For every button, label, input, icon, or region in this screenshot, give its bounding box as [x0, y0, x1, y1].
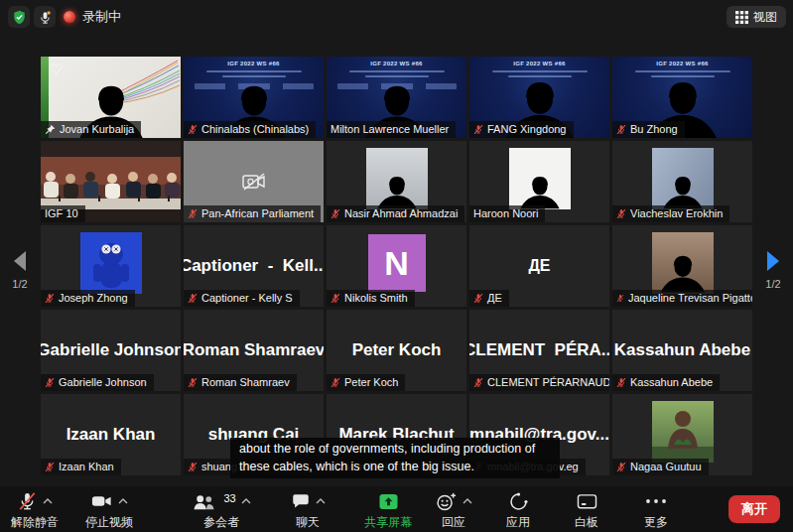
chevron-up-icon[interactable]	[43, 498, 53, 504]
whiteboard-button[interactable]: 白板	[552, 490, 621, 531]
chevron-up-icon[interactable]	[118, 498, 128, 504]
avatar-letter: N	[384, 244, 409, 283]
participant-tile-nasir-ahmadzai[interactable]: Nasir Ahmad Ahmadzai	[327, 141, 466, 222]
chevron-up-icon[interactable]	[463, 498, 472, 504]
participant-name: Milton Lawrence Mueller	[330, 123, 449, 135]
apps-button[interactable]: 应用	[483, 490, 553, 531]
toolbar-label: 白板	[575, 514, 598, 531]
recording-indicator: 录制中	[64, 6, 121, 28]
participant-name: Izaan Khan	[59, 461, 114, 472]
toolbar-label: 应用	[506, 514, 530, 531]
reactions-button[interactable]: 回应	[419, 490, 488, 531]
share-screen-button[interactable]: 共享屏幕	[353, 490, 423, 531]
muted-mic-icon	[616, 208, 626, 219]
leave-button[interactable]: 离开	[728, 495, 780, 523]
nameplate: Jaqueline Trevisan Pigatto	[612, 290, 752, 307]
participant-tile-haroon-noori[interactable]: Haroon Noori	[469, 141, 609, 222]
slide-decoration	[651, 75, 715, 77]
nameplate: Kassahun Abebe	[612, 374, 720, 391]
previous-page-arrow-icon[interactable]	[12, 250, 28, 272]
toolbar-label: 参会者	[203, 514, 239, 531]
page-indicator: 1/2	[753, 278, 793, 290]
participant-tile-izaan-khan[interactable]: Izaan Khan Izaan Khan	[41, 394, 181, 475]
slide-decoration	[349, 70, 445, 72]
participant-tile-peter-koch[interactable]: Peter Koch Peter Koch	[327, 310, 466, 391]
toolbar-label: 回应	[442, 514, 465, 531]
participant-tile-de[interactable]: ДЕ ДЕ	[469, 225, 609, 307]
chat-button[interactable]: 聊天	[273, 490, 342, 531]
closed-caption: about the role of governments, including…	[230, 438, 560, 478]
chevron-up-icon[interactable]	[316, 498, 326, 504]
participant-tile-nagaa-guutuu[interactable]: Nagaa Guutuu	[612, 394, 752, 475]
toolbar-label: 更多	[644, 514, 668, 531]
muted-mic-icon	[188, 208, 198, 219]
heart-icon: ♡	[50, 61, 63, 78]
participant-tile-bu-zhong[interactable]: IGF 2022 WS #66 Bu Zhong	[612, 57, 752, 138]
audio-indicator-button[interactable]	[34, 6, 56, 28]
participant-silhouette	[652, 252, 714, 294]
participant-tile-jovan-kurbalija[interactable]: ♡ Jovan Kurbalija	[41, 57, 181, 138]
muted-mic-icon	[330, 293, 340, 304]
nameplate: Milton Lawrence Mueller	[327, 121, 456, 138]
nameplate: Peter Koch	[327, 374, 405, 391]
participant-silhouette	[652, 401, 714, 463]
slide-title: IGF 2022 WS #66	[612, 61, 752, 66]
participant-tile-nikolis-smith[interactable]: N Nikolis Smith	[327, 225, 466, 307]
slide-decoration	[222, 75, 286, 77]
participant-name: Nagaa Guutuu	[630, 461, 702, 472]
profile-photo	[509, 148, 571, 209]
muted-mic-icon	[473, 293, 483, 304]
next-page-arrow-icon[interactable]	[765, 250, 781, 272]
toolbar-label: 解除静音	[11, 514, 59, 531]
muted-mic-icon	[45, 377, 55, 388]
participant-name: Chinalabs (Chinalabs)	[201, 123, 309, 135]
participant-tile-chinalabs[interactable]: IGF 2022 WS #66 Chinalabs (Chinalabs)	[184, 57, 324, 138]
nameplate: Haroon Noori	[469, 205, 545, 222]
participant-tile-milton-mueller[interactable]: IGF 2022 WS #66 Milton Lawrence Mueller	[327, 57, 466, 138]
participant-name: Nikolis Smith	[344, 292, 408, 304]
participant-tile-gabrielle-johnson[interactable]: Gabrielle Johnson Gabrielle Johnson	[41, 310, 181, 391]
participant-tile-clement-perarnaud[interactable]: CLEMENT PÉRA... CLEMENT PÉRARNAUD	[469, 310, 609, 391]
participant-name: Jovan Kurbalija	[60, 123, 134, 135]
previous-page-control[interactable]: 1/2	[0, 250, 40, 290]
muted-mic-icon	[188, 377, 198, 388]
view-button[interactable]: 视图	[727, 6, 786, 28]
profile-photo	[652, 232, 714, 294]
nameplate: Nagaa Guutuu	[612, 459, 709, 475]
more-button[interactable]: 更多	[621, 490, 691, 531]
participant-tile-viacheslav-erokhin[interactable]: Viacheslav Erokhin	[612, 141, 752, 222]
recording-dot-icon	[64, 11, 75, 23]
participant-name: ДЕ	[487, 292, 502, 304]
slide-decoration	[508, 75, 572, 77]
nameplate: Gabrielle Johnson	[41, 374, 154, 391]
participant-tile-joseph-zhong[interactable]: Joseph Zhong	[41, 225, 181, 307]
profile-photo	[652, 401, 714, 463]
participant-name: Peter Koch	[344, 376, 398, 388]
participant-tile-captioner-kelly[interactable]: Captioner - Kell... Captioner - Kelly S	[184, 225, 324, 307]
chevron-up-icon[interactable]	[241, 498, 251, 504]
security-shield-button[interactable]	[8, 6, 30, 28]
caption-line-2: these cables, which is one of the big is…	[239, 458, 551, 475]
unmute-button[interactable]: 解除静音	[0, 490, 69, 531]
participant-tile-pan-african-parliament[interactable]: Pan-African Parliament	[184, 141, 324, 222]
nameplate: Nikolis Smith	[327, 290, 415, 307]
participant-count-badge: 33	[223, 492, 235, 504]
recording-label: 录制中	[82, 8, 121, 26]
stop-video-button[interactable]: 停止视频	[74, 490, 144, 531]
participant-name: Viacheslav Erokhin	[630, 207, 723, 219]
participant-name: Joseph Zhong	[59, 292, 128, 304]
participant-tile-fang-xingdong[interactable]: IGF 2022 WS #66 FANG Xingdong	[469, 57, 609, 138]
participant-tile-kassahun-abebe[interactable]: Kassahun Abebe Kassahun Abebe	[612, 310, 752, 391]
muted-mic-icon	[330, 377, 340, 388]
nameplate: ДЕ	[469, 290, 509, 307]
participant-tile-igf-10[interactable]: IGF 10	[41, 141, 181, 222]
nameplate: Chinalabs (Chinalabs)	[184, 121, 316, 138]
participant-name: CLEMENT PÉRARNAUD	[487, 376, 609, 388]
next-page-control[interactable]: 1/2	[753, 250, 793, 290]
meeting-toolbar: 解除静音 停止视频 33 参会者	[0, 486, 793, 532]
nameplate: Izaan Khan	[41, 459, 121, 475]
participant-tile-jaqueline-pigatto[interactable]: Jaqueline Trevisan Pigatto	[612, 225, 752, 307]
participant-tile-roman-shamraev[interactable]: Roman Shamraev Roman Shamraev	[184, 310, 324, 391]
slide-title: IGF 2022 WS #66	[327, 61, 466, 66]
participants-button[interactable]: 33 参会者	[187, 490, 256, 531]
